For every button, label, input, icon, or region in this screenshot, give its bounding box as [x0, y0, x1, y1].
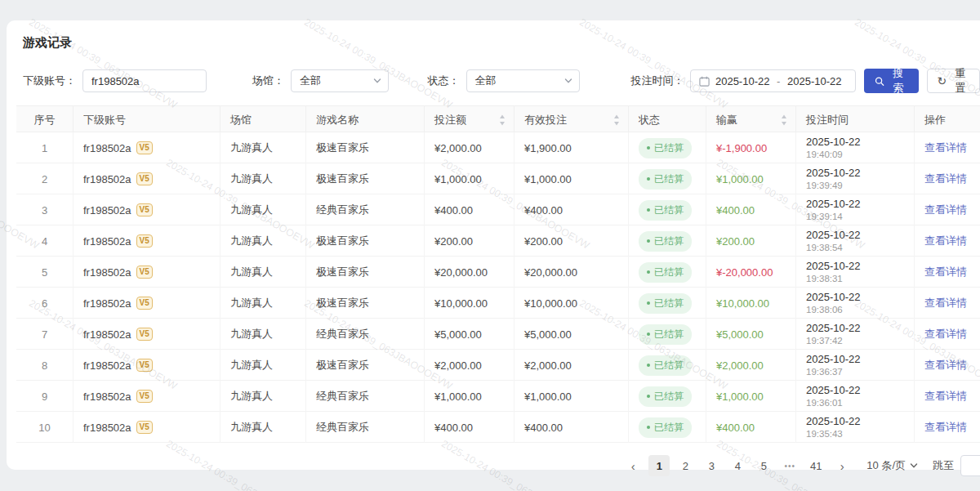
bet-date: 2025-10-22	[806, 353, 861, 366]
column-header-label: 状态	[639, 113, 660, 127]
refresh-icon: ↻	[938, 75, 947, 87]
view-details-link[interactable]: 查看详情	[924, 141, 967, 155]
bet-time-cell: 2025-10-22 19:40:09	[796, 132, 915, 163]
account-value: fr198502a	[83, 422, 131, 434]
account-cell: fr198502a V5	[74, 288, 220, 319]
view-details-link[interactable]: 查看详情	[924, 203, 967, 217]
sort-icon[interactable]	[781, 114, 787, 126]
win-amount: ¥1,000.00	[716, 391, 764, 403]
status-badge: 已结算	[639, 231, 692, 252]
records-table: 序号 下级账号 场馆 游戏名称 投注额 有效投注 状态	[16, 105, 980, 443]
status-label: 状态：	[428, 74, 460, 88]
view-details-link[interactable]: 查看详情	[924, 389, 967, 404]
page-number[interactable]: 2	[675, 455, 696, 476]
venue-select-value: 全部	[300, 74, 321, 88]
venue-cell: 九游真人	[220, 194, 306, 225]
account-value: fr198502a	[83, 235, 131, 248]
valid-bet-cell: ¥2,000.00	[514, 350, 629, 381]
view-details-link[interactable]: 查看详情	[924, 358, 967, 373]
status-cell: 已结算	[629, 381, 706, 412]
valid-bet-cell: ¥10,000.00	[514, 288, 629, 319]
win-amount: ¥10,000.00	[716, 297, 769, 310]
column-header-label: 操作	[924, 113, 946, 127]
bet-time: 19:37:42	[806, 335, 861, 346]
account-cell: fr198502a V5	[74, 319, 220, 350]
account-cell: fr198502a V5	[74, 225, 220, 257]
win-loss-cell: ¥10,000.00	[706, 288, 796, 319]
page-size-select[interactable]: 10 条/页	[866, 458, 918, 473]
column-header-label: 序号	[34, 113, 56, 127]
account-value: fr198502a	[83, 391, 131, 403]
page-number[interactable]: 5	[753, 455, 774, 476]
bet-time-cell: 2025-10-22 19:36:01	[796, 381, 915, 412]
row-index: 10	[16, 412, 74, 443]
sort-icon[interactable]	[613, 114, 620, 126]
valid-bet-cell: ¥1,000.00	[514, 381, 629, 412]
view-details-link[interactable]: 查看详情	[924, 172, 967, 186]
status-dot-icon	[647, 208, 650, 212]
page-number[interactable]: 4	[727, 455, 748, 476]
venue-cell: 九游真人	[220, 257, 306, 288]
bet-time: 19:38:31	[806, 273, 861, 284]
win-amount: ¥5,000.00	[716, 328, 764, 341]
account-cell: fr198502a V5	[74, 163, 220, 194]
bet-amount-cell: ¥5,000.00	[425, 319, 514, 350]
win-loss-cell: ¥2,000.00	[706, 350, 796, 381]
search-button[interactable]: 搜索	[864, 69, 919, 93]
venue-select[interactable]: 全部	[291, 69, 389, 92]
game-name-cell: 极速百家乐	[306, 288, 425, 319]
bet-date: 2025-10-22	[806, 260, 861, 273]
sort-icon[interactable]	[499, 114, 506, 126]
next-page-button[interactable]: ›	[831, 455, 853, 476]
bet-time-cell: 2025-10-22 19:36:37	[796, 350, 915, 381]
status-dot-icon	[647, 426, 650, 429]
view-details-link[interactable]: 查看详情	[924, 420, 967, 435]
win-amount: ¥200.00	[716, 235, 755, 248]
game-name-cell: 极速百家乐	[306, 257, 425, 288]
vip-level-badge: V5	[136, 141, 153, 154]
bet-time-cell: 2025-10-22 19:39:49	[796, 163, 915, 194]
view-details-link[interactable]: 查看详情	[924, 296, 967, 310]
win-loss-cell: ¥400.00	[706, 412, 796, 443]
row-index: 2	[16, 163, 74, 194]
view-details-link[interactable]: 查看详情	[924, 265, 967, 279]
account-input[interactable]	[82, 69, 207, 92]
valid-bet-cell: ¥5,000.00	[514, 319, 629, 350]
status-select[interactable]: 全部	[466, 69, 581, 92]
account-value: fr198502a	[83, 297, 131, 310]
action-cell: 查看详情	[915, 412, 980, 443]
status-cell: 已结算	[629, 225, 706, 257]
view-details-link[interactable]: 查看详情	[924, 327, 967, 341]
prev-page-button[interactable]: ‹	[622, 455, 644, 476]
page-number[interactable]: 41	[805, 455, 826, 476]
date-range-picker[interactable]: 2025-10-22 - 2025-10-22	[690, 69, 856, 92]
page-number[interactable]: •••	[779, 455, 800, 476]
bet-date: 2025-10-22	[806, 291, 861, 304]
column-header: 投注额	[425, 106, 514, 133]
calendar-icon	[699, 76, 710, 87]
win-loss-cell: ¥400.00	[706, 194, 796, 225]
jump-input[interactable]	[960, 455, 980, 476]
reset-button[interactable]: ↻ 重置	[927, 69, 980, 93]
bet-amount-cell: ¥1,000.00	[425, 381, 514, 412]
column-header: 投注时间	[796, 106, 915, 133]
venue-cell: 九游真人	[220, 225, 306, 257]
page-number[interactable]: 1	[648, 455, 670, 476]
valid-bet-cell: ¥400.00	[514, 412, 629, 443]
status-dot-icon	[647, 270, 650, 274]
account-value: fr198502a	[83, 359, 131, 372]
view-details-link[interactable]: 查看详情	[924, 234, 967, 248]
status-select-value: 全部	[475, 74, 497, 88]
game-name-cell: 经典百家乐	[306, 319, 425, 350]
status-badge: 已结算	[639, 386, 692, 407]
vip-level-badge: V5	[136, 421, 153, 434]
column-header-label: 输赢	[716, 113, 737, 127]
row-index: 7	[16, 319, 74, 350]
page-number[interactable]: 3	[701, 455, 722, 476]
column-header: 下级账号	[74, 106, 220, 133]
bet-time-label: 投注时间：	[630, 74, 684, 88]
bet-amount-cell: ¥400.00	[425, 194, 514, 225]
venue-cell: 九游真人	[220, 132, 306, 163]
win-loss-cell: ¥5,000.00	[706, 319, 796, 350]
game-name-cell: 经典百家乐	[306, 412, 425, 443]
